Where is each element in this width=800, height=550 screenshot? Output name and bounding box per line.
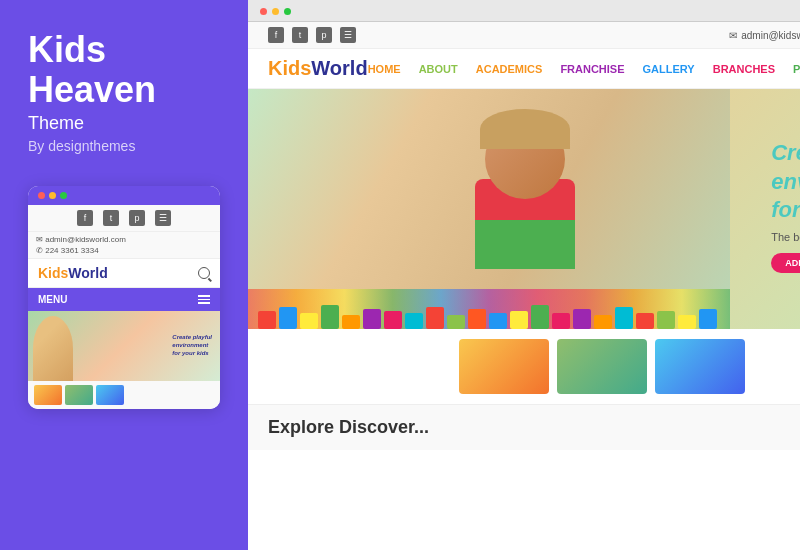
- nav-branches[interactable]: BRANCHES: [713, 63, 775, 75]
- site-email-text: admin@kidsworld.com: [741, 30, 800, 41]
- mobile-social-bar: f t p ☰: [28, 205, 220, 232]
- mobile-header: KidsWorld: [28, 259, 220, 288]
- site-nav: KidsWorld HOME ABOUT ACADEMICS FRANCHISE…: [248, 49, 800, 89]
- thumbnail-row: [248, 329, 800, 404]
- mobile-contact-bar: ✉ admin@kidsworld.com ✆ 224 3361 3334: [28, 232, 220, 259]
- mobile-logo: KidsWorld: [38, 265, 108, 281]
- dot-red: [38, 192, 45, 199]
- mobile-hero-text: Create playful environment for your kids: [172, 334, 212, 357]
- mobile-menu-label: MENU: [38, 294, 67, 305]
- bottom-heading: Explore Discover...: [268, 417, 800, 438]
- site-hero: Create playful environment for your kids…: [248, 89, 800, 329]
- dot-green: [60, 192, 67, 199]
- theme-subtitle: Theme: [28, 113, 220, 134]
- site-top-bar: f t p ☰ ✉ admin@kidsworld.com ✆ 224 3361…: [248, 22, 800, 49]
- browser-dot-green: [284, 8, 291, 15]
- nav-about[interactable]: ABOUT: [419, 63, 458, 75]
- nav-home[interactable]: HOME: [368, 63, 401, 75]
- right-panel: f t p ☰ ✉ admin@kidsworld.com ✆ 224 3361…: [248, 0, 800, 550]
- mobile-search-icon[interactable]: [198, 267, 210, 279]
- nav-franchise[interactable]: FRANCHISE: [560, 63, 624, 75]
- site-twitter-icon[interactable]: t: [292, 27, 308, 43]
- desktop-preview: f t p ☰ ✉ admin@kidsworld.com ✆ 224 3361…: [248, 22, 800, 550]
- nav-gallery[interactable]: GALLERY: [643, 63, 695, 75]
- email-icon: ✉: [729, 30, 737, 41]
- site-social-icons: f t p ☰: [268, 27, 356, 43]
- nav-academics[interactable]: ACADEMICS: [476, 63, 543, 75]
- instagram-icon: ☰: [155, 210, 171, 226]
- site-facebook-icon[interactable]: f: [268, 27, 284, 43]
- site-email-contact: ✉ admin@kidsworld.com: [729, 30, 800, 41]
- hero-line3: for your kids: [771, 196, 800, 225]
- mobile-menu-bar[interactable]: MENU: [28, 288, 220, 311]
- dot-yellow: [49, 192, 56, 199]
- site-instagram-icon[interactable]: ☰: [340, 27, 356, 43]
- twitter-icon: t: [103, 210, 119, 226]
- site-pinterest-icon[interactable]: p: [316, 27, 332, 43]
- hamburger-icon[interactable]: [198, 295, 210, 304]
- hero-subtext: The best school for your kids: [771, 231, 800, 243]
- left-panel: Kids Heaven Theme By designthemes f t p …: [0, 0, 248, 550]
- hero-child-photo: [248, 89, 730, 329]
- nav-parents[interactable]: PARENTS: [793, 63, 800, 75]
- hero-line1: Create playful: [771, 139, 800, 168]
- mobile-thumb-2: [65, 385, 93, 405]
- theme-by: By designthemes: [28, 138, 220, 154]
- mobile-thumbnail-row: [28, 381, 220, 409]
- thumbnail-2[interactable]: [557, 339, 647, 394]
- browser-dot-red: [260, 8, 267, 15]
- mobile-email: ✉ admin@kidsworld.com: [36, 235, 212, 244]
- mobile-preview: f t p ☰ ✉ admin@kidsworld.com ✆ 224 3361…: [28, 186, 220, 409]
- hero-headline: Create playful environment for your kids: [771, 139, 800, 225]
- theme-title: Kids Heaven: [28, 30, 220, 109]
- mobile-child-image: [33, 316, 73, 381]
- browser-dot-yellow: [272, 8, 279, 15]
- bottom-section: Explore Discover...: [248, 404, 800, 450]
- mobile-thumb-1: [34, 385, 62, 405]
- site-logo: KidsWorld: [268, 57, 368, 80]
- browser-chrome: [248, 0, 800, 22]
- mobile-hero: Create playful environment for your kids: [28, 311, 220, 381]
- hero-line2: environment: [771, 168, 800, 197]
- hero-overlay-text: Create playful environment for your kids…: [771, 139, 800, 273]
- mobile-phone: ✆ 224 3361 3334: [36, 246, 212, 255]
- facebook-icon: f: [77, 210, 93, 226]
- thumbnail-1[interactable]: [459, 339, 549, 394]
- admissions-button[interactable]: ADMISSIONS: [771, 253, 800, 273]
- nav-links: HOME ABOUT ACADEMICS FRANCHISE GALLERY B…: [368, 63, 800, 75]
- mobile-browser-bar: [28, 186, 220, 205]
- thumbnail-3[interactable]: [655, 339, 745, 394]
- mobile-thumb-3: [96, 385, 124, 405]
- site-contact-info: ✉ admin@kidsworld.com ✆ 224 3361 3334: [729, 30, 800, 41]
- pinterest-icon: p: [129, 210, 145, 226]
